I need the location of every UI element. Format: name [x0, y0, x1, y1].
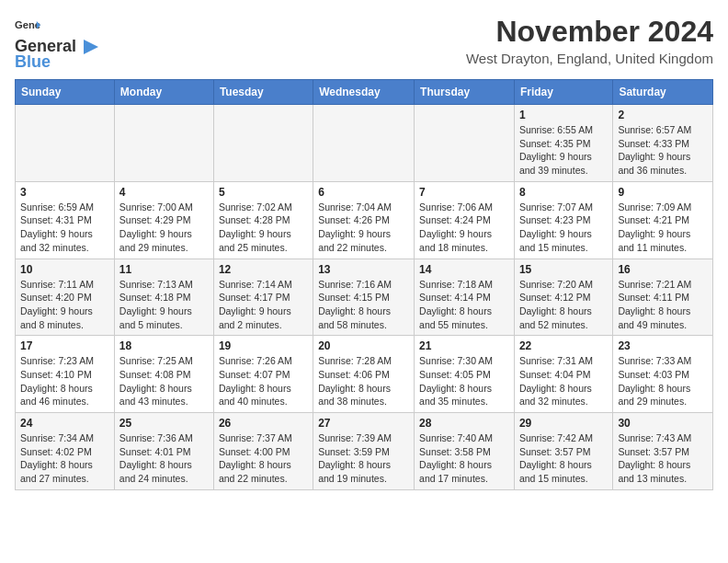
day-info: Sunrise: 7:40 AM Sunset: 3:58 PM Dayligh…	[419, 431, 509, 486]
day-number: 25	[119, 417, 209, 430]
weekday-header-thursday: Thursday	[415, 80, 515, 105]
calendar-cell: 6Sunrise: 7:04 AM Sunset: 4:26 PM Daylig…	[313, 181, 415, 259]
calendar-cell: 24Sunrise: 7:34 AM Sunset: 4:02 PM Dayli…	[16, 413, 115, 490]
day-info: Sunrise: 7:13 AM Sunset: 4:18 PM Dayligh…	[119, 278, 209, 332]
calendar-table: SundayMondayTuesdayWednesdayThursdayFrid…	[15, 79, 713, 490]
day-number: 24	[20, 417, 109, 430]
day-info: Sunrise: 7:11 AM Sunset: 4:20 PM Dayligh…	[20, 278, 109, 332]
calendar-cell: 13Sunrise: 7:16 AM Sunset: 4:15 PM Dayli…	[313, 259, 415, 336]
day-info: Sunrise: 7:26 AM Sunset: 4:07 PM Dayligh…	[219, 354, 308, 408]
day-number: 9	[618, 186, 708, 199]
title-area: November 2024 West Drayton, England, Uni…	[466, 15, 713, 66]
calendar-cell: 20Sunrise: 7:28 AM Sunset: 4:06 PM Dayli…	[313, 336, 415, 413]
day-info: Sunrise: 7:20 AM Sunset: 4:12 PM Dayligh…	[519, 278, 608, 332]
calendar-week-row: 10Sunrise: 7:11 AM Sunset: 4:20 PM Dayli…	[16, 259, 713, 336]
day-info: Sunrise: 7:06 AM Sunset: 4:24 PM Dayligh…	[419, 201, 509, 255]
calendar-week-row: 17Sunrise: 7:23 AM Sunset: 4:10 PM Dayli…	[16, 336, 713, 413]
weekday-header-sunday: Sunday	[16, 80, 115, 105]
calendar-cell: 29Sunrise: 7:42 AM Sunset: 3:57 PM Dayli…	[514, 413, 612, 490]
day-number: 10	[20, 263, 109, 276]
day-info: Sunrise: 6:59 AM Sunset: 4:31 PM Dayligh…	[20, 201, 109, 255]
day-number: 23	[618, 339, 708, 352]
day-info: Sunrise: 7:43 AM Sunset: 3:57 PM Dayligh…	[618, 431, 708, 486]
logo: General General Blue	[15, 18, 98, 72]
day-info: Sunrise: 7:33 AM Sunset: 4:03 PM Dayligh…	[618, 354, 708, 408]
day-number: 5	[219, 186, 308, 199]
calendar-cell: 11Sunrise: 7:13 AM Sunset: 4:18 PM Dayli…	[114, 259, 213, 336]
calendar-cell	[114, 105, 213, 182]
calendar-cell	[16, 105, 115, 182]
calendar-cell: 12Sunrise: 7:14 AM Sunset: 4:17 PM Dayli…	[213, 259, 313, 336]
calendar-week-row: 24Sunrise: 7:34 AM Sunset: 4:02 PM Dayli…	[16, 413, 713, 490]
weekday-header-tuesday: Tuesday	[213, 80, 313, 105]
day-number: 27	[318, 417, 409, 430]
calendar-cell: 9Sunrise: 7:09 AM Sunset: 4:21 PM Daylig…	[613, 181, 713, 259]
day-info: Sunrise: 7:00 AM Sunset: 4:29 PM Dayligh…	[119, 201, 209, 255]
day-number: 4	[119, 186, 209, 199]
day-info: Sunrise: 7:14 AM Sunset: 4:17 PM Dayligh…	[219, 278, 308, 332]
calendar-cell: 8Sunrise: 7:07 AM Sunset: 4:23 PM Daylig…	[514, 181, 612, 259]
calendar-cell: 17Sunrise: 7:23 AM Sunset: 4:10 PM Dayli…	[16, 336, 115, 413]
calendar-cell: 14Sunrise: 7:18 AM Sunset: 4:14 PM Dayli…	[415, 259, 515, 336]
calendar-cell: 21Sunrise: 7:30 AM Sunset: 4:05 PM Dayli…	[415, 336, 515, 413]
day-number: 1	[519, 109, 608, 121]
month-title: November 2024	[466, 15, 713, 49]
calendar-cell: 19Sunrise: 7:26 AM Sunset: 4:07 PM Dayli…	[213, 336, 313, 413]
day-number: 18	[119, 339, 209, 352]
calendar-cell	[415, 105, 515, 182]
day-info: Sunrise: 7:30 AM Sunset: 4:05 PM Dayligh…	[419, 354, 509, 408]
day-info: Sunrise: 6:57 AM Sunset: 4:33 PM Dayligh…	[618, 123, 708, 178]
day-number: 8	[519, 186, 608, 199]
calendar-cell: 30Sunrise: 7:43 AM Sunset: 3:57 PM Dayli…	[613, 413, 713, 490]
weekday-header-friday: Friday	[514, 80, 612, 105]
day-number: 29	[519, 417, 608, 430]
day-number: 22	[519, 339, 608, 352]
day-info: Sunrise: 7:42 AM Sunset: 3:57 PM Dayligh…	[519, 431, 608, 486]
logo-icon: General	[15, 18, 40, 37]
day-number: 7	[419, 186, 509, 199]
weekday-header-wednesday: Wednesday	[313, 80, 415, 105]
day-number: 16	[618, 263, 708, 276]
day-info: Sunrise: 7:23 AM Sunset: 4:10 PM Dayligh…	[20, 354, 109, 408]
calendar-cell: 4Sunrise: 7:00 AM Sunset: 4:29 PM Daylig…	[114, 181, 213, 259]
calendar-cell: 1Sunrise: 6:55 AM Sunset: 4:35 PM Daylig…	[514, 105, 612, 182]
calendar-cell	[313, 105, 415, 182]
page-header: General General Blue November 2024 West …	[15, 15, 713, 72]
day-number: 6	[318, 186, 409, 199]
calendar-cell: 27Sunrise: 7:39 AM Sunset: 3:59 PM Dayli…	[313, 413, 415, 490]
day-number: 20	[318, 339, 409, 352]
day-info: Sunrise: 7:18 AM Sunset: 4:14 PM Dayligh…	[419, 278, 509, 332]
day-info: Sunrise: 7:07 AM Sunset: 4:23 PM Dayligh…	[519, 201, 608, 255]
day-number: 2	[618, 109, 708, 121]
day-info: Sunrise: 7:25 AM Sunset: 4:08 PM Dayligh…	[119, 354, 209, 408]
calendar-cell	[213, 105, 313, 182]
day-info: Sunrise: 7:09 AM Sunset: 4:21 PM Dayligh…	[618, 201, 708, 255]
calendar-cell: 15Sunrise: 7:20 AM Sunset: 4:12 PM Dayli…	[514, 259, 612, 336]
day-number: 21	[419, 339, 509, 352]
day-info: Sunrise: 7:28 AM Sunset: 4:06 PM Dayligh…	[318, 354, 409, 408]
day-number: 12	[219, 263, 308, 276]
calendar-cell: 5Sunrise: 7:02 AM Sunset: 4:28 PM Daylig…	[213, 181, 313, 259]
calendar-cell: 25Sunrise: 7:36 AM Sunset: 4:01 PM Dayli…	[114, 413, 213, 490]
day-number: 17	[20, 339, 109, 352]
day-number: 19	[219, 339, 308, 352]
logo-triangle-icon	[78, 40, 98, 54]
calendar-cell: 16Sunrise: 7:21 AM Sunset: 4:11 PM Dayli…	[613, 259, 713, 336]
calendar-week-row: 1Sunrise: 6:55 AM Sunset: 4:35 PM Daylig…	[16, 105, 713, 182]
weekday-header-saturday: Saturday	[613, 80, 713, 105]
calendar-cell: 7Sunrise: 7:06 AM Sunset: 4:24 PM Daylig…	[415, 181, 515, 259]
calendar-week-row: 3Sunrise: 6:59 AM Sunset: 4:31 PM Daylig…	[16, 181, 713, 259]
calendar-cell: 10Sunrise: 7:11 AM Sunset: 4:20 PM Dayli…	[16, 259, 115, 336]
calendar-cell: 28Sunrise: 7:40 AM Sunset: 3:58 PM Dayli…	[415, 413, 515, 490]
calendar-cell: 3Sunrise: 6:59 AM Sunset: 4:31 PM Daylig…	[16, 181, 115, 259]
location-title: West Drayton, England, United Kingdom	[466, 51, 713, 66]
day-number: 28	[419, 417, 509, 430]
day-info: Sunrise: 7:21 AM Sunset: 4:11 PM Dayligh…	[618, 278, 708, 332]
logo-blue: Blue	[15, 52, 51, 72]
calendar-cell: 23Sunrise: 7:33 AM Sunset: 4:03 PM Dayli…	[613, 336, 713, 413]
day-number: 26	[219, 417, 308, 430]
day-number: 15	[519, 263, 608, 276]
svg-marker-2	[84, 40, 98, 54]
calendar-cell: 18Sunrise: 7:25 AM Sunset: 4:08 PM Dayli…	[114, 336, 213, 413]
day-info: Sunrise: 7:37 AM Sunset: 4:00 PM Dayligh…	[219, 431, 308, 486]
